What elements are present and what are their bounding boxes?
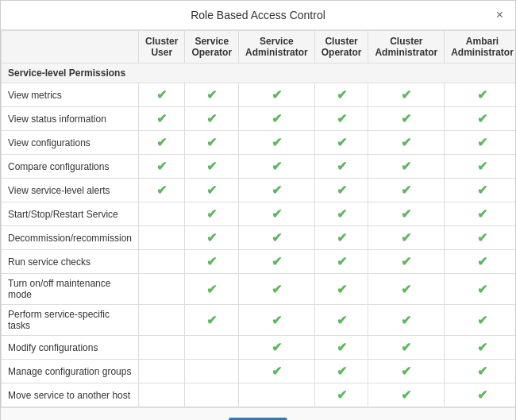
- permission-cell: ✔: [314, 155, 368, 179]
- permission-cell: [139, 360, 185, 383]
- check-icon: ✔: [337, 160, 347, 173]
- check-icon: ✔: [337, 341, 347, 354]
- permission-cell: ✔: [445, 250, 515, 274]
- check-icon: ✔: [401, 283, 411, 296]
- check-icon: ✔: [271, 160, 282, 173]
- permission-cell: ✔: [445, 179, 515, 202]
- check-icon: ✔: [337, 88, 347, 102]
- check-icon: ✔: [337, 231, 347, 245]
- permission-cell: ✔: [185, 226, 239, 250]
- check-icon: ✔: [401, 183, 411, 197]
- permission-cell: ✔: [368, 336, 445, 360]
- table-container[interactable]: Cluster User Service Operator Service Ad…: [1, 30, 515, 407]
- check-icon: ✔: [401, 364, 411, 378]
- permission-label: Perform service-specific tasks: [2, 305, 139, 336]
- permission-cell: ✔: [314, 83, 368, 107]
- col-header-service-operator: Service Operator: [185, 31, 239, 64]
- check-icon: ✔: [156, 160, 167, 173]
- col-header-service-administrator: Service Administrator: [239, 31, 315, 64]
- permission-cell: ✔: [445, 274, 515, 305]
- permission-cell: ✔: [314, 250, 368, 274]
- table-row: View service-level alerts✔✔✔✔✔✔: [2, 179, 516, 202]
- check-icon: ✔: [401, 112, 411, 125]
- check-icon: ✔: [206, 207, 217, 221]
- check-icon: ✔: [271, 255, 282, 268]
- check-icon: ✔: [271, 112, 282, 125]
- modal-footer: Close: [1, 407, 515, 420]
- section-header-row: Service-level Permissions: [2, 64, 516, 83]
- check-icon: ✔: [477, 388, 487, 402]
- permission-cell: [185, 383, 239, 407]
- permission-cell: ✔: [314, 107, 368, 131]
- check-icon: ✔: [477, 160, 487, 173]
- permission-cell: ✔: [314, 336, 368, 360]
- permission-label: View metrics: [2, 83, 139, 107]
- col-header-cluster-operator: Cluster Operator: [314, 31, 368, 64]
- permission-cell: ✔: [239, 305, 315, 336]
- table-row: Run service checks✔✔✔✔✔: [2, 250, 516, 274]
- permission-label: Turn on/off maintenance mode: [2, 274, 139, 305]
- check-icon: ✔: [477, 183, 487, 197]
- check-icon: ✔: [337, 207, 347, 221]
- permission-cell: ✔: [239, 83, 315, 107]
- table-row: Manage configuration groups✔✔✔✔: [2, 360, 516, 383]
- permission-cell: ✔: [368, 83, 445, 107]
- permission-label: Move service to another host: [2, 383, 139, 407]
- permission-cell: ✔: [368, 202, 445, 226]
- permission-cell: ✔: [368, 226, 445, 250]
- table-row: Start/Stop/Restart Service✔✔✔✔✔: [2, 202, 516, 226]
- check-icon: ✔: [206, 88, 217, 102]
- check-icon: ✔: [271, 183, 282, 197]
- permission-cell: [139, 383, 185, 407]
- permission-cell: ✔: [368, 155, 445, 179]
- permission-cell: ✔: [185, 250, 239, 274]
- check-icon: ✔: [477, 231, 487, 245]
- permission-label: Compare configurations: [2, 155, 139, 179]
- permission-cell: ✔: [368, 305, 445, 336]
- permission-cell: [239, 383, 315, 407]
- permission-cell: ✔: [239, 274, 315, 305]
- permission-cell: ✔: [185, 274, 239, 305]
- check-icon: ✔: [271, 364, 282, 378]
- permission-cell: ✔: [239, 250, 315, 274]
- table-row: View metrics✔✔✔✔✔✔: [2, 83, 516, 107]
- permission-cell: [139, 274, 185, 305]
- permission-cell: [185, 336, 239, 360]
- col-header-permission: [2, 31, 139, 64]
- permission-cell: ✔: [239, 131, 315, 155]
- check-icon: ✔: [401, 255, 411, 268]
- check-icon: ✔: [337, 314, 347, 327]
- check-icon: ✔: [206, 255, 217, 268]
- permission-cell: ✔: [445, 202, 515, 226]
- check-icon: ✔: [271, 136, 282, 149]
- permission-label: View service-level alerts: [2, 179, 139, 202]
- permission-cell: ✔: [139, 179, 185, 202]
- check-icon: ✔: [401, 88, 411, 102]
- permission-cell: ✔: [185, 107, 239, 131]
- permission-cell: ✔: [139, 131, 185, 155]
- permission-cell: ✔: [314, 226, 368, 250]
- section-header-cell: Service-level Permissions: [2, 64, 516, 83]
- check-icon: ✔: [401, 314, 411, 327]
- check-icon: ✔: [477, 136, 487, 149]
- check-icon: ✔: [271, 314, 282, 327]
- check-icon: ✔: [156, 112, 167, 125]
- permission-label: View configurations: [2, 131, 139, 155]
- check-icon: ✔: [337, 364, 347, 378]
- table-row: Move service to another host✔✔✔: [2, 383, 516, 407]
- modal-body: Cluster User Service Operator Service Ad…: [1, 30, 515, 407]
- permission-cell: ✔: [445, 83, 515, 107]
- check-icon: ✔: [271, 341, 282, 354]
- permission-cell: [139, 305, 185, 336]
- permission-label: View status information: [2, 107, 139, 131]
- permission-label: Start/Stop/Restart Service: [2, 202, 139, 226]
- check-icon: ✔: [206, 231, 217, 245]
- permission-cell: ✔: [185, 202, 239, 226]
- permission-label: Manage configuration groups: [2, 360, 139, 383]
- permission-cell: ✔: [139, 107, 185, 131]
- check-icon: ✔: [337, 183, 347, 197]
- close-x-button[interactable]: ×: [492, 7, 507, 23]
- permission-cell: ✔: [314, 274, 368, 305]
- permission-cell: [139, 250, 185, 274]
- col-header-cluster-administrator: Cluster Administrator: [368, 31, 445, 64]
